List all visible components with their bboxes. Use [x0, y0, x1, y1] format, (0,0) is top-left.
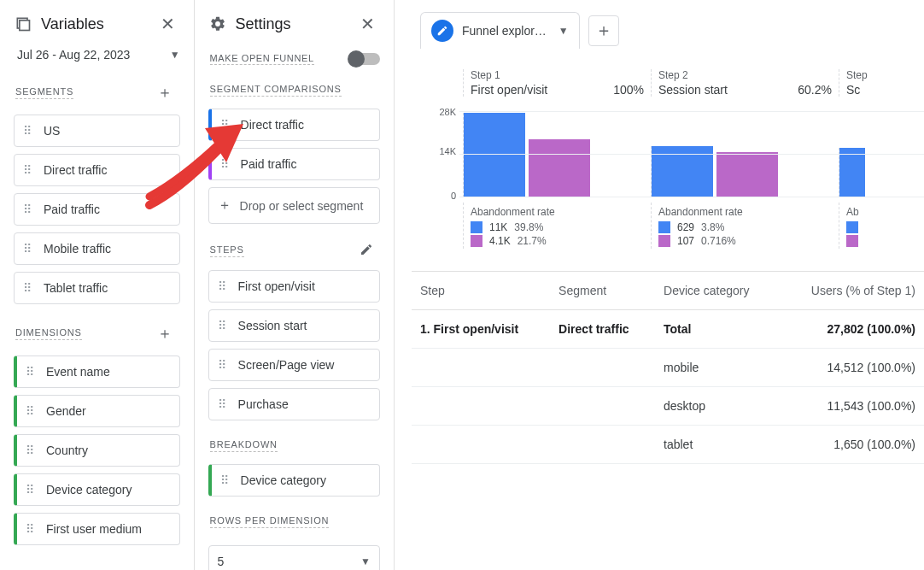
breakdown-heading: BREAKDOWN [210, 439, 278, 452]
table-row: desktop11,543 (100.0%) [412, 387, 924, 426]
steps-heading: STEPS [210, 244, 244, 257]
drop-label: Drop or select segment [240, 199, 364, 213]
segment-comparison-chip[interactable]: ⠿Direct traffic [208, 109, 380, 141]
table-cell: 11,543 (100.0%) [778, 387, 924, 426]
grip-icon: ⠿ [23, 125, 35, 137]
grip-icon: ⠿ [23, 282, 35, 294]
bar [716, 152, 778, 197]
dimension-chip[interactable]: ⠿Event name [14, 356, 180, 388]
step-chip[interactable]: ⠿Session start [208, 309, 380, 342]
edit-steps-button[interactable] [354, 243, 378, 258]
table-cell [550, 349, 655, 387]
chart-step-header: StepSc [839, 69, 924, 97]
step-chip[interactable]: ⠿Purchase [208, 388, 380, 420]
segment-chip[interactable]: ⠿Tablet traffic [14, 272, 180, 304]
legend-swatch [658, 221, 670, 233]
ab-count: 107 [677, 235, 694, 247]
open-funnel-toggle[interactable] [351, 53, 380, 65]
grip-icon: ⠿ [23, 243, 35, 255]
grip-icon: ⠿ [26, 523, 38, 535]
dimension-chip[interactable]: ⠿Device category [14, 473, 180, 506]
tab-label: Funnel explor… [462, 24, 547, 38]
segment-chip[interactable]: ⠿Direct traffic [14, 154, 180, 186]
segment-comparison-chip[interactable]: ⠿Paid traffic [208, 148, 380, 180]
plus-icon: ＋ [218, 197, 231, 214]
add-tab-button[interactable]: ＋ [588, 15, 619, 46]
chip-label: Paid traffic [44, 203, 100, 216]
grip-icon: ⠿ [26, 405, 38, 417]
edit-tab-icon [431, 20, 453, 42]
abandonment-title: Abandonment rate [471, 206, 644, 218]
dimension-chip[interactable]: ⠿Country [14, 434, 180, 467]
ab-rate: 21.7% [518, 235, 547, 247]
y-tick: 28K [429, 107, 456, 117]
chip-label: Mobile traffic [44, 242, 111, 256]
table-cell: 27,802 (100.0%) [778, 310, 924, 349]
open-funnel-label: MAKE OPEN FUNNEL [210, 53, 314, 65]
bar-group [839, 148, 924, 197]
tab-funnel-exploration[interactable]: Funnel explor… ▼ [420, 12, 580, 49]
dimension-chip[interactable]: ⠿First user medium [14, 513, 180, 545]
rows-per-dimension-select[interactable]: 5 ▼ [208, 545, 380, 570]
settings-title: Settings [236, 15, 291, 33]
step-sub: Step [846, 69, 917, 81]
segment-chip[interactable]: ⠿US [14, 115, 180, 147]
date-range-label: Jul 26 - Aug 22, 2023 [17, 48, 130, 62]
bar-group [463, 113, 651, 197]
grip-icon: ⠿ [26, 444, 38, 456]
dimension-chip[interactable]: ⠿Gender [14, 395, 180, 427]
table-header: Step [412, 272, 550, 310]
ab-count: 4.1K [489, 235, 511, 247]
segment-chip[interactable]: ⠿Mobile traffic [14, 232, 180, 265]
chip-label: Screen/Page view [238, 358, 335, 372]
funnel-table: StepSegmentDevice categoryUsers (% of St… [412, 272, 924, 464]
table-row: tablet1,650 (100.0%) [412, 426, 924, 464]
table-row: mobile14,512 (100.0%) [412, 349, 924, 387]
gear-icon [208, 15, 227, 33]
chip-label: First open/visit [238, 279, 315, 293]
step-chip[interactable]: ⠿Screen/Page view [208, 349, 380, 381]
close-icon[interactable]: ✕ [355, 12, 380, 36]
table-cell [412, 426, 550, 464]
table-cell: mobile [655, 349, 778, 387]
svg-rect-1 [20, 21, 30, 31]
grip-icon: ⠿ [218, 359, 230, 371]
chip-label: First user medium [46, 522, 142, 536]
dimensions-heading: DIMENSIONS [15, 327, 82, 340]
ab-rate: 39.8% [514, 221, 543, 233]
grip-icon: ⠿ [23, 203, 35, 215]
layers-icon [14, 15, 32, 33]
grip-icon: ⠿ [218, 320, 230, 332]
table-cell [550, 387, 655, 426]
close-icon[interactable]: ✕ [155, 12, 180, 36]
legend-swatch [471, 221, 482, 233]
grip-icon: ⠿ [220, 119, 232, 131]
segment-chip[interactable]: ⠿Paid traffic [14, 193, 180, 226]
bar [839, 148, 865, 197]
table-header: Device category [655, 272, 778, 310]
table-cell: Direct traffic [550, 310, 655, 349]
step-title: First open/visit [471, 83, 547, 97]
breakdown-chip[interactable]: ⠿ Device category [208, 464, 380, 497]
chip-label: Purchase [238, 397, 289, 411]
chevron-down-icon: ▼ [360, 555, 371, 567]
date-range-picker[interactable]: Jul 26 - Aug 22, 2023 ▼ [0, 48, 194, 72]
grip-icon: ⠿ [218, 280, 230, 292]
drop-segment-target[interactable]: ＋Drop or select segment [208, 187, 380, 224]
chevron-down-icon: ▼ [558, 25, 569, 37]
add-segment-button[interactable]: ＋ [152, 82, 178, 103]
step-pct: 60.2% [798, 83, 832, 97]
step-pct: 100% [613, 83, 644, 97]
bar [529, 139, 590, 197]
abandonment-col: Ab [839, 203, 924, 249]
step-chip[interactable]: ⠿First open/visit [208, 270, 380, 303]
abandonment-col: Abandonment rate6293.8%1070.716% [651, 203, 839, 249]
add-dimension-button[interactable]: ＋ [152, 323, 178, 344]
breakdown-label: Device category [241, 473, 326, 487]
chip-label: Direct traffic [44, 163, 107, 177]
ab-count: 629 [677, 221, 694, 233]
variables-title: Variables [41, 15, 104, 33]
grip-icon: ⠿ [26, 484, 38, 496]
segments-heading: SEGMENTS [15, 86, 73, 99]
grip-icon: ⠿ [23, 164, 35, 176]
